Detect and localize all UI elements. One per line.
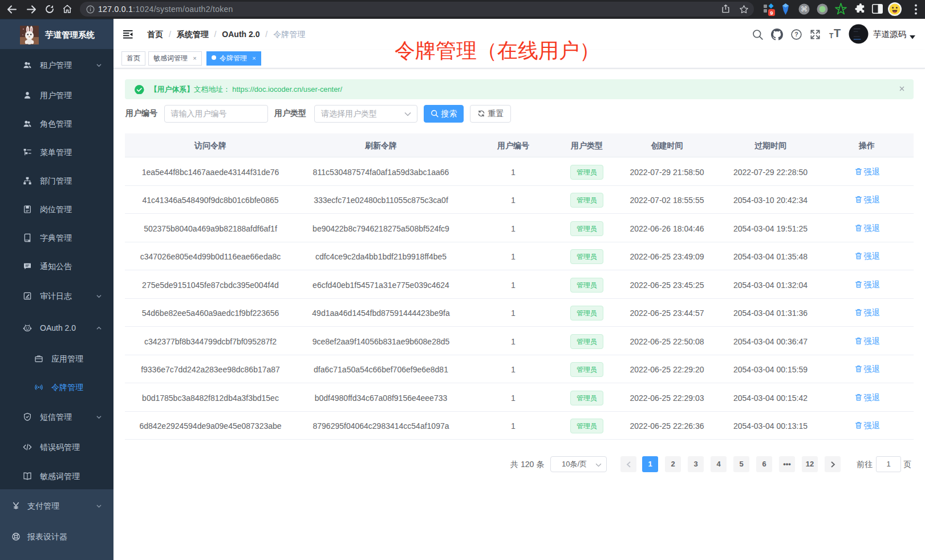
svg-text:9: 9	[770, 10, 773, 16]
svg-text:?: ?	[794, 31, 798, 38]
svg-text:⌘: ⌘	[801, 5, 808, 13]
